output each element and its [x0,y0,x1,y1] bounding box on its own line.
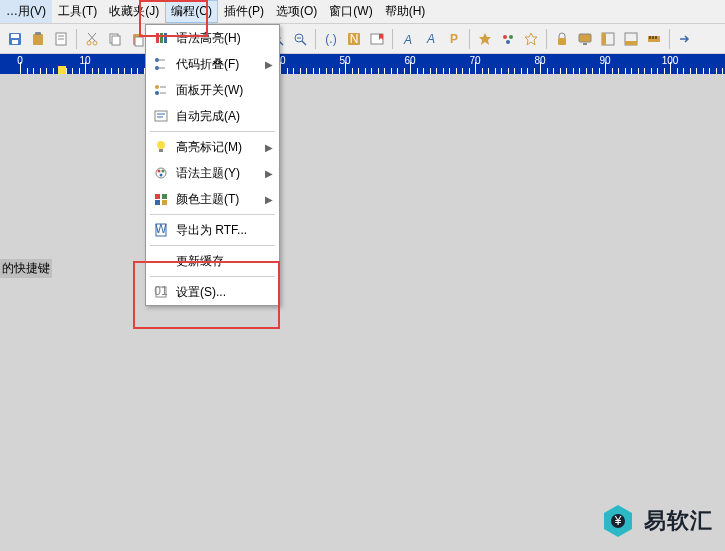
svg-rect-15 [135,37,143,46]
panel2-icon[interactable] [620,28,642,50]
svg-rect-71 [155,200,160,205]
color-theme-icon [152,190,170,208]
svg-rect-38 [558,38,566,45]
menu-view[interactable]: …用(V) [0,0,52,23]
svg-rect-49 [156,33,159,43]
zoom-out-icon[interactable] [289,28,311,50]
svg-point-37 [506,40,510,44]
svg-rect-2 [12,40,18,44]
watermark-logo-icon: ¥ [600,503,636,539]
svg-text:A: A [403,33,412,47]
svg-text:N: N [350,32,359,46]
monitor-icon[interactable] [574,28,596,50]
arrow-icon[interactable] [674,28,696,50]
file-icon[interactable] [50,28,72,50]
dropdown-separator [150,245,275,246]
clipboard-icon[interactable] [27,28,49,50]
star2-icon[interactable] [520,28,542,50]
menu-window[interactable]: 窗口(W) [323,0,378,23]
menu-syntax-theme[interactable]: 语法主题(Y)▶ [146,160,279,186]
toolbar-separator [315,29,316,49]
svg-point-66 [158,170,161,173]
highlight-icon [152,29,170,47]
menu-settings[interactable]: 01设置(S)... [146,279,279,305]
programming-dropdown: 语法高亮(H) 代码折叠(F)▶ 面板开关(W) 自动完成(A) 高亮标记(M)… [145,24,280,306]
save-icon[interactable] [4,28,26,50]
syntax-theme-icon [152,164,170,182]
ruler: 0102030405060708090100110 [0,54,725,74]
chevron-right-icon: ▶ [265,59,273,70]
toolbar-separator [469,29,470,49]
menu-autocomplete[interactable]: 自动完成(A) [146,103,279,129]
svg-line-26 [302,41,306,45]
svg-point-36 [509,35,513,39]
svg-rect-60 [155,111,167,121]
menu-options[interactable]: 选项(O) [270,0,323,23]
settings-icon: 01 [152,283,170,301]
autocomplete-icon [152,107,170,125]
toolbar-separator [669,29,670,49]
svg-text:(.): (.) [325,32,336,46]
fold-icon [152,55,170,73]
svg-line-10 [89,33,96,41]
menu-code-fold[interactable]: 代码折叠(F)▶ [146,51,279,77]
menu-programming[interactable]: 编程(C) [165,0,218,23]
text-a-small-icon[interactable]: A [420,28,442,50]
svg-text:01: 01 [154,284,168,298]
toolbar-separator [76,29,77,49]
menu-tools[interactable]: 工具(T) [52,0,103,23]
svg-text:W: W [155,222,167,236]
palette-icon[interactable] [497,28,519,50]
svg-rect-4 [35,32,41,35]
svg-point-68 [160,174,163,177]
star-icon[interactable] [474,28,496,50]
svg-text:P: P [450,32,458,46]
refresh-icon [152,252,170,270]
svg-point-35 [503,35,507,39]
text-a-icon[interactable]: A [397,28,419,50]
menu-color-theme[interactable]: 颜色主题(T)▶ [146,186,279,212]
svg-rect-1 [11,34,19,38]
braces-icon[interactable]: (.) [320,28,342,50]
svg-point-9 [93,41,97,45]
bulb-icon [152,138,170,156]
dropdown-separator [150,214,275,215]
bookmark-icon[interactable] [366,28,388,50]
toolbar-separator [546,29,547,49]
svg-point-8 [87,41,91,45]
ruler-icon[interactable] [643,28,665,50]
svg-rect-51 [164,33,167,43]
svg-rect-50 [160,33,163,43]
word-icon: W [152,221,170,239]
svg-rect-3 [33,34,43,45]
svg-text:¥: ¥ [614,514,622,528]
lock-icon[interactable] [551,28,573,50]
copy-icon[interactable] [104,28,126,50]
menu-plugins[interactable]: 插件(P) [218,0,270,23]
menu-help[interactable]: 帮助(H) [379,0,432,23]
svg-rect-69 [155,194,160,199]
svg-line-11 [88,33,95,41]
svg-text:A: A [426,32,435,46]
menu-export-rtf[interactable]: W导出为 RTF... [146,217,279,243]
panel-icon[interactable] [597,28,619,50]
cut-icon[interactable] [81,28,103,50]
panel-toggle-icon [152,81,170,99]
shortcut-text: 的快捷键 [0,259,52,278]
toolbar-separator [392,29,393,49]
svg-point-56 [155,85,159,89]
menu-highlight-mark[interactable]: 高亮标记(M)▶ [146,134,279,160]
toolbar: (.) N A A P [0,24,725,54]
chevron-right-icon: ▶ [265,194,273,205]
menu-panel-toggle[interactable]: 面板开关(W) [146,77,279,103]
menu-favorites[interactable]: 收藏夹(J) [103,0,165,23]
svg-rect-39 [579,34,591,42]
content-area: 的快捷键 [0,74,725,549]
svg-point-57 [155,91,159,95]
menu-syntax-highlight[interactable]: 语法高亮(H) [146,25,279,51]
n-icon[interactable]: N [343,28,365,50]
watermark: ¥ 易软汇 [600,503,713,539]
menu-refresh-cache[interactable]: 更新缓存 [146,248,279,274]
svg-rect-13 [112,36,120,45]
text-p-icon[interactable]: P [443,28,465,50]
